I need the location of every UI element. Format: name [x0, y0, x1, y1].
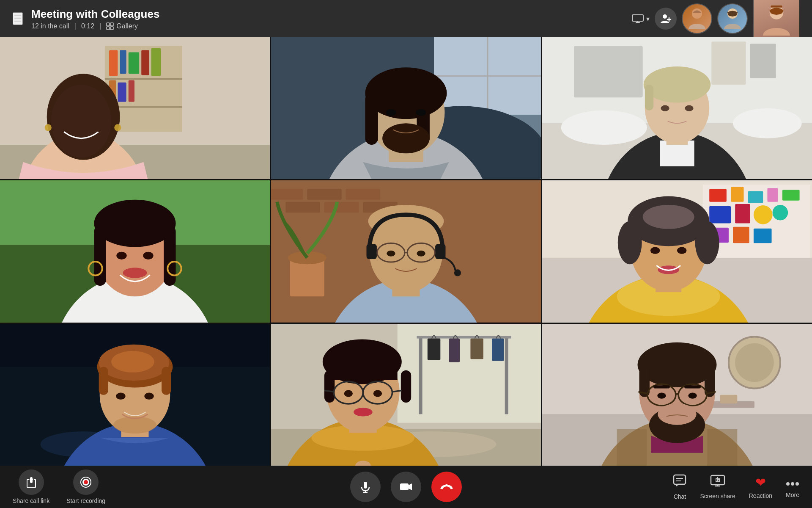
svg-point-5 — [663, 14, 667, 19]
person-7-svg — [0, 324, 270, 466]
participants-count: 12 in the call — [31, 22, 69, 30]
avatar-1[interactable] — [682, 3, 712, 34]
separator1: | — [74, 22, 76, 30]
top-bar: ☰ Meeting with Colleagues 12 in the call… — [0, 0, 812, 37]
svg-point-212 — [786, 482, 790, 486]
svg-rect-80 — [346, 189, 380, 200]
add-person-button[interactable] — [655, 8, 677, 30]
svg-rect-144 — [419, 337, 422, 414]
screen-share-button[interactable]: Screen share — [700, 475, 735, 500]
end-call-icon — [439, 483, 454, 491]
svg-point-213 — [791, 482, 794, 486]
svg-rect-22 — [105, 78, 182, 80]
bottom-center-controls — [350, 472, 462, 502]
reaction-button[interactable]: ❤ Reaction — [749, 475, 772, 499]
svg-point-97 — [417, 251, 425, 257]
person-1-svg — [0, 37, 270, 179]
svg-point-52 — [733, 108, 802, 138]
svg-point-44 — [416, 109, 426, 116]
svg-rect-159 — [324, 370, 335, 402]
svg-point-7 — [692, 8, 702, 19]
start-recording-label: Start recording — [66, 497, 105, 504]
svg-point-139 — [116, 392, 125, 399]
person-9-svg — [542, 324, 812, 466]
svg-point-59 — [661, 105, 669, 111]
meeting-meta: 12 in the call | 0:12 | Gallery — [31, 22, 623, 30]
svg-point-140 — [144, 392, 154, 399]
svg-point-195 — [658, 403, 696, 425]
svg-point-119 — [618, 221, 642, 265]
avatar-2[interactable] — [717, 3, 748, 34]
svg-point-214 — [796, 482, 799, 486]
svg-point-60 — [685, 105, 693, 111]
video-cell-5 — [271, 180, 541, 322]
svg-point-42 — [382, 123, 430, 153]
svg-rect-15 — [120, 50, 126, 74]
svg-rect-1 — [110, 23, 113, 26]
more-icon — [786, 475, 799, 489]
start-recording-button[interactable]: Start recording — [66, 469, 105, 504]
avatar-person-icon — [760, 2, 793, 36]
gallery-view-toggle[interactable]: Gallery — [106, 22, 138, 30]
avatar-person-icon — [722, 6, 743, 31]
video-cell-1 — [0, 37, 270, 179]
svg-rect-48 — [711, 41, 746, 85]
svg-point-173 — [735, 343, 774, 381]
svg-rect-111 — [733, 227, 749, 243]
separator2: | — [99, 22, 101, 30]
microphone-icon — [359, 480, 372, 493]
svg-point-191 — [688, 392, 697, 398]
svg-point-67 — [94, 200, 176, 247]
svg-rect-10 — [771, 6, 782, 8]
svg-rect-14 — [109, 50, 118, 76]
svg-point-109 — [773, 205, 788, 221]
svg-point-199 — [84, 480, 88, 484]
person-2-svg — [271, 37, 541, 179]
svg-rect-112 — [754, 229, 772, 243]
avatar-person-icon — [686, 6, 708, 31]
screen-icon — [632, 14, 644, 23]
svg-rect-104 — [767, 188, 778, 202]
gallery-label: Gallery — [116, 22, 138, 30]
svg-rect-90 — [367, 244, 377, 260]
mute-button[interactable] — [350, 472, 381, 502]
svg-point-122 — [650, 247, 660, 254]
share-call-link-button[interactable]: Share call link — [13, 469, 49, 504]
end-call-button[interactable] — [431, 472, 462, 502]
svg-rect-78 — [271, 189, 303, 200]
svg-rect-82 — [324, 202, 359, 213]
svg-point-121 — [643, 205, 694, 229]
camera-button[interactable] — [391, 472, 421, 502]
video-cell-9 — [542, 324, 812, 466]
svg-rect-106 — [709, 206, 731, 224]
video-cell-4 — [0, 180, 270, 322]
view-dropdown-arrow: ▾ — [646, 15, 650, 23]
svg-rect-107 — [735, 204, 750, 224]
person-6-svg — [542, 180, 812, 322]
svg-rect-101 — [709, 189, 727, 202]
camera-icon — [399, 481, 413, 493]
svg-rect-68 — [94, 226, 106, 286]
menu-button[interactable]: ☰ — [13, 12, 23, 25]
svg-rect-179 — [707, 429, 737, 466]
person-4-svg — [0, 180, 270, 322]
svg-rect-49 — [750, 44, 776, 78]
chat-button[interactable]: Chat — [673, 474, 686, 500]
gallery-icon — [106, 22, 114, 30]
meeting-title: Meeting with Colleagues — [31, 8, 623, 21]
person-8-svg — [271, 324, 541, 466]
svg-point-108 — [754, 205, 773, 224]
chat-icon — [673, 474, 686, 491]
svg-rect-40 — [365, 93, 378, 145]
svg-rect-149 — [470, 338, 483, 359]
svg-rect-136 — [99, 367, 108, 395]
svg-rect-79 — [307, 189, 341, 200]
reaction-label: Reaction — [749, 492, 772, 499]
svg-marker-197 — [29, 477, 33, 480]
video-cell-6 — [542, 180, 812, 322]
svg-point-166 — [344, 390, 353, 397]
more-button[interactable]: More — [786, 475, 799, 498]
avatar-3[interactable] — [753, 0, 799, 37]
svg-rect-21 — [129, 80, 134, 102]
view-selector[interactable]: ▾ — [632, 14, 650, 23]
